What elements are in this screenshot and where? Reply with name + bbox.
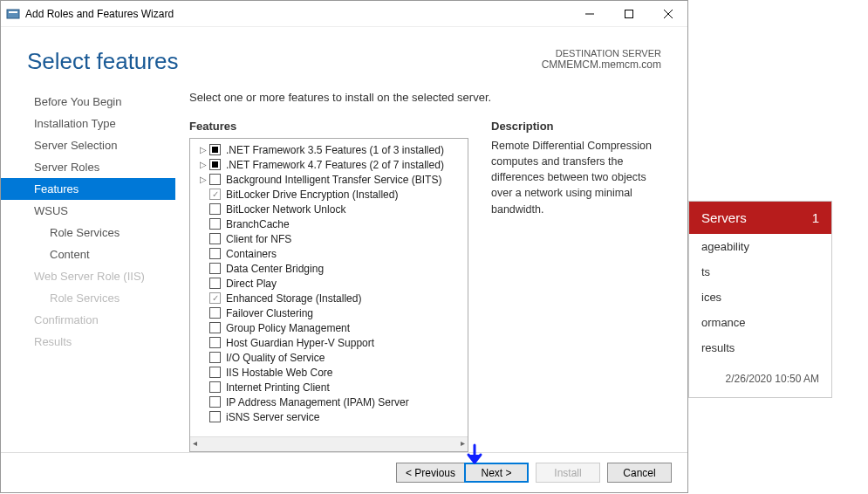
expand-icon[interactable]: ▷ bbox=[199, 160, 208, 169]
feature-item[interactable]: ▷IP Address Management (IPAM) Server bbox=[190, 395, 468, 409]
feature-label: iSNS Server service bbox=[226, 411, 319, 423]
feature-item[interactable]: ▷iSNS Server service bbox=[190, 409, 468, 424]
feature-checkbox[interactable] bbox=[209, 159, 221, 170]
feature-item[interactable]: ▷Background Intelligent Transfer Service… bbox=[190, 172, 468, 187]
feature-checkbox[interactable] bbox=[209, 174, 221, 185]
expand-icon[interactable]: ▷ bbox=[199, 145, 208, 154]
feature-checkbox[interactable] bbox=[209, 367, 221, 378]
description-text: Remote Differential Compression computes… bbox=[491, 138, 670, 217]
feature-label: .NET Framework 3.5 Features (1 of 3 inst… bbox=[226, 144, 444, 156]
step-server-roles[interactable]: Server Roles bbox=[1, 156, 175, 178]
step-before-you-begin[interactable]: Before You Begin bbox=[1, 91, 175, 113]
feature-item[interactable]: ▷Enhanced Storage (Installed) bbox=[190, 291, 468, 305]
wizard-window: Add Roles and Features Wizard Select fea… bbox=[0, 0, 688, 493]
feature-item[interactable]: ▷Failover Clustering bbox=[190, 305, 468, 320]
bg-row: ices bbox=[689, 285, 831, 310]
minimize-button[interactable] bbox=[570, 1, 609, 26]
titlebar[interactable]: Add Roles and Features Wizard bbox=[1, 1, 687, 27]
feature-item[interactable]: ▷Containers bbox=[190, 246, 468, 261]
features-heading: Features bbox=[189, 120, 468, 133]
bg-row: results bbox=[689, 335, 831, 360]
next-button[interactable]: Next > bbox=[464, 463, 529, 483]
feature-checkbox[interactable] bbox=[209, 352, 221, 363]
feature-item[interactable]: ▷BitLocker Drive Encryption (Installed) bbox=[190, 187, 468, 202]
step-results: Results bbox=[1, 331, 175, 353]
feature-item[interactable]: ▷IIS Hostable Web Core bbox=[190, 365, 468, 380]
wizard-steps-nav: Before You BeginInstallation TypeServer … bbox=[1, 91, 175, 452]
feature-checkbox[interactable] bbox=[209, 411, 221, 422]
step-confirmation: Confirmation bbox=[1, 309, 175, 331]
feature-label: Internet Printing Client bbox=[226, 381, 330, 394]
feature-checkbox[interactable] bbox=[209, 396, 221, 408]
expand-icon[interactable]: ▷ bbox=[199, 175, 208, 184]
feature-checkbox[interactable] bbox=[209, 189, 221, 200]
feature-checkbox[interactable] bbox=[209, 322, 221, 333]
install-button[interactable]: Install bbox=[536, 463, 600, 483]
bg-tile-count: 1 bbox=[812, 210, 819, 225]
window-title: Add Roles and Features Wizard bbox=[25, 8, 174, 20]
feature-item[interactable]: ▷Direct Play bbox=[190, 276, 468, 291]
feature-label: IIS Hostable Web Core bbox=[226, 367, 333, 379]
feature-checkbox[interactable] bbox=[209, 263, 221, 274]
horizontal-scrollbar[interactable] bbox=[190, 436, 468, 451]
destination-server-block: DESTINATION SERVER CMMEMCM.memcm.com bbox=[542, 48, 661, 71]
close-button[interactable] bbox=[648, 1, 687, 26]
wizard-buttons: < Previous Next > Install Cancel bbox=[1, 452, 687, 492]
step-role-services[interactable]: Role Services bbox=[1, 222, 175, 244]
feature-item[interactable]: ▷.NET Framework 4.7 Features (2 of 7 ins… bbox=[190, 157, 468, 172]
feature-label: Failover Clustering bbox=[226, 307, 313, 319]
bg-timestamp: 2/26/2020 10:50 AM bbox=[689, 360, 831, 397]
feature-label: I/O Quality of Service bbox=[226, 352, 325, 364]
feature-item[interactable]: ▷.NET Framework 3.5 Features (1 of 3 ins… bbox=[190, 142, 468, 157]
step-features[interactable]: Features bbox=[1, 178, 175, 200]
feature-item[interactable]: ▷Host Guardian Hyper-V Support bbox=[190, 335, 468, 350]
bg-row: ts bbox=[689, 259, 831, 285]
feature-item[interactable]: ▷Internet Printing Client bbox=[190, 380, 468, 395]
feature-label: Host Guardian Hyper-V Support bbox=[226, 337, 374, 349]
feature-label: Background Intelligent Transfer Service … bbox=[226, 174, 441, 186]
feature-item[interactable]: ▷I/O Quality of Service bbox=[190, 350, 468, 365]
background-servers-tile: Servers 1 ageability ts ices ormance res… bbox=[688, 201, 832, 398]
feature-label: Group Policy Management bbox=[226, 322, 350, 334]
step-server-selection[interactable]: Server Selection bbox=[1, 134, 175, 156]
feature-checkbox[interactable] bbox=[209, 233, 221, 244]
step-installation-type[interactable]: Installation Type bbox=[1, 113, 175, 134]
step-content[interactable]: Content bbox=[1, 244, 175, 265]
feature-item[interactable]: ▷Group Policy Management bbox=[190, 320, 468, 335]
bg-tile-title: Servers bbox=[701, 210, 747, 225]
feature-checkbox[interactable] bbox=[209, 307, 221, 319]
feature-checkbox[interactable] bbox=[209, 203, 221, 215]
feature-label: .NET Framework 4.7 Features (2 of 7 inst… bbox=[226, 159, 444, 171]
feature-checkbox[interactable] bbox=[209, 248, 221, 259]
cancel-button[interactable]: Cancel bbox=[607, 463, 672, 483]
feature-label: Enhanced Storage (Installed) bbox=[226, 292, 361, 305]
dest-server: CMMEMCM.memcm.com bbox=[542, 58, 661, 71]
feature-checkbox[interactable] bbox=[209, 218, 221, 230]
maximize-button[interactable] bbox=[609, 1, 648, 26]
instruction-text: Select one or more features to install o… bbox=[189, 91, 670, 104]
feature-item[interactable]: ▷Client for NFS bbox=[190, 231, 468, 246]
previous-button[interactable]: < Previous bbox=[396, 463, 464, 483]
feature-label: Data Center Bridging bbox=[226, 263, 324, 275]
feature-checkbox[interactable] bbox=[209, 381, 221, 393]
feature-item[interactable]: ▷Data Center Bridging bbox=[190, 261, 468, 276]
feature-item[interactable]: ▷BranchCache bbox=[190, 216, 468, 231]
feature-checkbox[interactable] bbox=[209, 278, 221, 289]
feature-checkbox[interactable] bbox=[209, 337, 221, 348]
svg-rect-3 bbox=[625, 10, 632, 17]
description-heading: Description bbox=[491, 120, 670, 133]
feature-label: BitLocker Network Unlock bbox=[226, 203, 345, 216]
bg-row: ormance bbox=[689, 310, 831, 335]
feature-label: Direct Play bbox=[226, 278, 277, 290]
step-web-server-role-iis: Web Server Role (IIS) bbox=[1, 265, 175, 287]
bg-row: ageability bbox=[689, 234, 831, 259]
feature-checkbox[interactable] bbox=[209, 292, 221, 304]
feature-checkbox[interactable] bbox=[209, 144, 221, 155]
step-wsus[interactable]: WSUS bbox=[1, 200, 175, 222]
feature-label: BitLocker Drive Encryption (Installed) bbox=[226, 189, 398, 201]
feature-item[interactable]: ▷BitLocker Network Unlock bbox=[190, 202, 468, 216]
svg-rect-0 bbox=[7, 10, 19, 18]
feature-label: Containers bbox=[226, 248, 277, 260]
features-tree[interactable]: ▷.NET Framework 3.5 Features (1 of 3 ins… bbox=[189, 138, 468, 452]
svg-rect-1 bbox=[9, 11, 17, 13]
